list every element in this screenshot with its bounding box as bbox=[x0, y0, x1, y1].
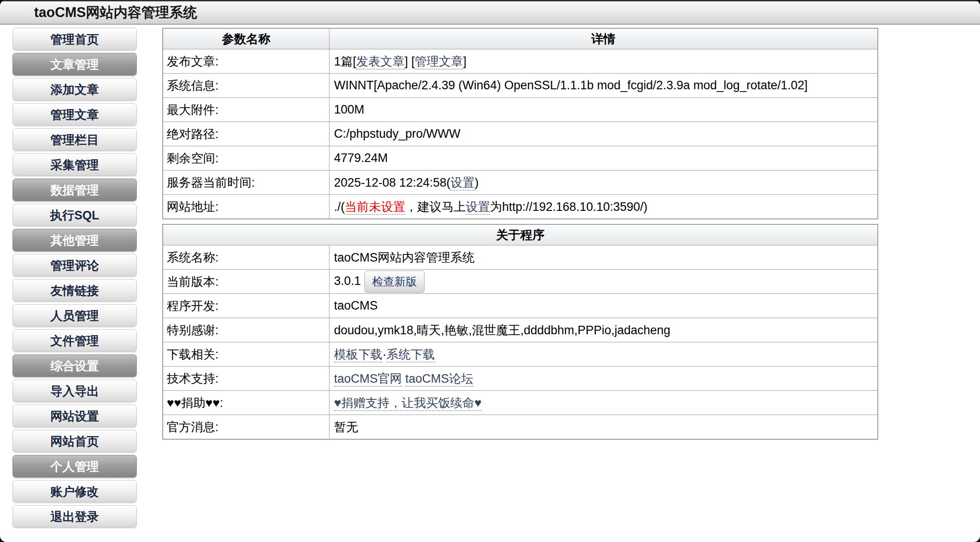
row-detail: ./(当前未设置，建议马上设置为http://192.168.10.10:359… bbox=[330, 195, 878, 219]
taocms-official-link[interactable]: taoCMS官网 bbox=[334, 372, 402, 387]
row-detail: doudou,ymk18,晴天,艳敏,混世魔王,ddddbhm,PPPio,ja… bbox=[330, 318, 878, 342]
row-detail: taoCMS网站内容管理系统 bbox=[330, 245, 878, 270]
about-header: 关于程序 bbox=[163, 224, 878, 245]
sidebar-item-logout[interactable]: 退出登录 bbox=[13, 505, 137, 528]
about-table-row: 当前版本:3.0.1检查新版 bbox=[163, 270, 878, 294]
text-segment: ] bbox=[463, 55, 467, 68]
row-label: 官方消息: bbox=[163, 415, 330, 440]
sidebar-item-data-management[interactable]: 数据管理 bbox=[13, 179, 137, 201]
row-label: 下载相关: bbox=[163, 342, 330, 367]
row-detail: 模板下载·系统下载 bbox=[330, 342, 878, 367]
sidebar-item-account-modify[interactable]: 账户修改 bbox=[13, 480, 137, 503]
row-detail: 4779.24M bbox=[330, 146, 878, 170]
row-detail: ♥捐赠支持，让我买饭续命♥ bbox=[330, 391, 878, 415]
text-segment: 为http://192.168.10.10:3590/) bbox=[490, 200, 647, 214]
set-site-url-link[interactable]: 设置 bbox=[466, 200, 490, 215]
donate-link[interactable]: ♥捐赠支持，让我买饭续命♥ bbox=[334, 396, 481, 411]
about-table-row: 下载相关:模板下载·系统下载 bbox=[163, 342, 878, 367]
sidebar-item-personal-management[interactable]: 个人管理 bbox=[13, 455, 137, 477]
sidebar-item-site-settings[interactable]: 网站设置 bbox=[13, 405, 137, 427]
params-table-row: 网站地址:./(当前未设置，建议马上设置为http://192.168.10.1… bbox=[163, 195, 878, 219]
text-segment: taoCMS网站内容管理系统 bbox=[334, 251, 475, 264]
text-segment: 3.0.1 bbox=[334, 274, 361, 288]
app-title: taoCMS网站内容管理系统 bbox=[34, 4, 197, 20]
row-detail: WINNT[Apache/2.4.39 (Win64) OpenSSL/1.1.… bbox=[330, 74, 878, 98]
params-table: 参数名称 详情 发布文章:1篇[发表文章] [管理文章]系统信息:WINNT[A… bbox=[162, 28, 878, 219]
params-header-detail: 详情 bbox=[330, 28, 878, 49]
params-table-row: 服务器当前时间:2025-12-08 12:24:58(设置) bbox=[163, 170, 878, 195]
sidebar-item-manage-article[interactable]: 管理文章 bbox=[13, 103, 137, 126]
sidebar-item-add-article[interactable]: 添加文章 bbox=[13, 78, 137, 101]
row-detail: taoCMS官网 taoCMS论坛 bbox=[330, 367, 878, 391]
row-detail: 3.0.1检查新版 bbox=[330, 270, 878, 294]
main-content: 参数名称 详情 发布文章:1篇[发表文章] [管理文章]系统信息:WINNT[A… bbox=[162, 28, 878, 444]
sidebar-item-user-management[interactable]: 人员管理 bbox=[13, 304, 137, 327]
about-table-row: 技术支持:taoCMS官网 taoCMS论坛 bbox=[163, 367, 878, 391]
about-table-row: ♥♥捐助♥♥:♥捐赠支持，让我买饭续命♥ bbox=[163, 391, 878, 415]
row-label: 剩余空间: bbox=[163, 146, 330, 170]
text-segment: ，建议马上 bbox=[405, 200, 466, 214]
sidebar: 管理首页文章管理添加文章管理文章管理栏目采集管理数据管理执行SQL其他管理管理评… bbox=[13, 28, 137, 530]
params-table-row: 最大附件:100M bbox=[163, 98, 878, 122]
params-table-row: 剩余空间:4779.24M bbox=[163, 146, 878, 170]
text-segment bbox=[402, 372, 406, 385]
system-download-link[interactable]: 系统下载 bbox=[386, 348, 435, 363]
sidebar-item-collect-management[interactable]: 采集管理 bbox=[13, 153, 137, 176]
row-detail: C:/phpstudy_pro/WWW bbox=[330, 122, 878, 146]
text-segment: taoCMS bbox=[334, 299, 378, 312]
not-set-warning-link[interactable]: 当前未设置 bbox=[345, 200, 405, 215]
row-detail: 100M bbox=[330, 98, 878, 122]
about-table: 关于程序 系统名称:taoCMS网站内容管理系统当前版本:3.0.1检查新版程序… bbox=[162, 224, 878, 440]
row-label: 系统信息: bbox=[163, 74, 330, 98]
template-download-link[interactable]: 模板下载 bbox=[334, 348, 382, 363]
params-table-row: 绝对路径:C:/phpstudy_pro/WWW bbox=[163, 122, 878, 146]
params-table-row: 系统信息:WINNT[Apache/2.4.39 (Win64) OpenSSL… bbox=[163, 74, 878, 98]
text-segment: C:/phpstudy_pro/WWW bbox=[334, 127, 460, 140]
row-label: 系统名称: bbox=[163, 245, 330, 270]
sidebar-item-import-export[interactable]: 导入导出 bbox=[13, 380, 137, 402]
row-label: 当前版本: bbox=[163, 270, 330, 294]
sidebar-item-home[interactable]: 管理首页 bbox=[13, 28, 137, 50]
row-detail: taoCMS bbox=[330, 294, 878, 318]
row-detail: 1篇[发表文章] [管理文章] bbox=[330, 49, 878, 74]
set-time-link[interactable]: 设置 bbox=[451, 176, 475, 191]
params-table-row: 发布文章:1篇[发表文章] [管理文章] bbox=[163, 49, 878, 74]
text-segment: 1篇[ bbox=[334, 55, 356, 68]
check-new-version-button[interactable]: 检查新版 bbox=[364, 271, 425, 293]
sidebar-item-general-settings[interactable]: 综合设置 bbox=[13, 354, 137, 377]
row-label: 最大附件: bbox=[163, 98, 330, 122]
sidebar-item-friend-links[interactable]: 友情链接 bbox=[13, 279, 137, 302]
about-table-row: 特别感谢:doudou,ymk18,晴天,艳敏,混世魔王,ddddbhm,PPP… bbox=[163, 318, 878, 342]
row-label: 网站地址: bbox=[163, 195, 330, 219]
taocms-forum-link[interactable]: taoCMS论坛 bbox=[405, 372, 473, 387]
titlebar: taoCMS网站内容管理系统 bbox=[0, 0, 980, 25]
text-segment: ] [ bbox=[405, 55, 415, 68]
row-label: 特别感谢: bbox=[163, 318, 330, 342]
params-header-name: 参数名称 bbox=[163, 28, 330, 49]
sidebar-item-file-management[interactable]: 文件管理 bbox=[13, 329, 137, 352]
sidebar-item-site-home[interactable]: 网站首页 bbox=[13, 430, 137, 452]
about-table-row: 程序开发:taoCMS bbox=[163, 294, 878, 318]
params-table-header-row: 参数名称 详情 bbox=[163, 28, 878, 49]
sidebar-item-other-management[interactable]: 其他管理 bbox=[13, 229, 137, 251]
text-segment: WINNT[Apache/2.4.39 (Win64) OpenSSL/1.1.… bbox=[334, 79, 808, 92]
page: taoCMS网站内容管理系统 管理首页文章管理添加文章管理文章管理栏目采集管理数… bbox=[0, 0, 980, 542]
row-label: ♥♥捐助♥♥: bbox=[163, 391, 330, 415]
about-table-header-row: 关于程序 bbox=[163, 224, 878, 245]
sidebar-item-manage-comments[interactable]: 管理评论 bbox=[13, 254, 137, 276]
text-segment: 暂无 bbox=[334, 420, 358, 434]
manage-article-link[interactable]: 管理文章 bbox=[415, 55, 463, 70]
row-detail: 暂无 bbox=[330, 415, 878, 440]
row-label: 技术支持: bbox=[163, 367, 330, 391]
publish-article-link[interactable]: 发表文章 bbox=[356, 55, 405, 70]
sidebar-item-manage-category[interactable]: 管理栏目 bbox=[13, 128, 137, 151]
text-segment: ) bbox=[475, 176, 479, 189]
sidebar-item-article-management[interactable]: 文章管理 bbox=[13, 53, 137, 75]
text-segment: 2025-12-08 12:24:58( bbox=[334, 176, 451, 189]
row-label: 发布文章: bbox=[163, 49, 330, 74]
sidebar-item-execute-sql[interactable]: 执行SQL bbox=[13, 204, 137, 226]
text-segment: doudou,ymk18,晴天,艳敏,混世魔王,ddddbhm,PPPio,ja… bbox=[334, 323, 670, 337]
row-label: 程序开发: bbox=[163, 294, 330, 318]
row-detail: 2025-12-08 12:24:58(设置) bbox=[330, 170, 878, 195]
row-label: 绝对路径: bbox=[163, 122, 330, 146]
